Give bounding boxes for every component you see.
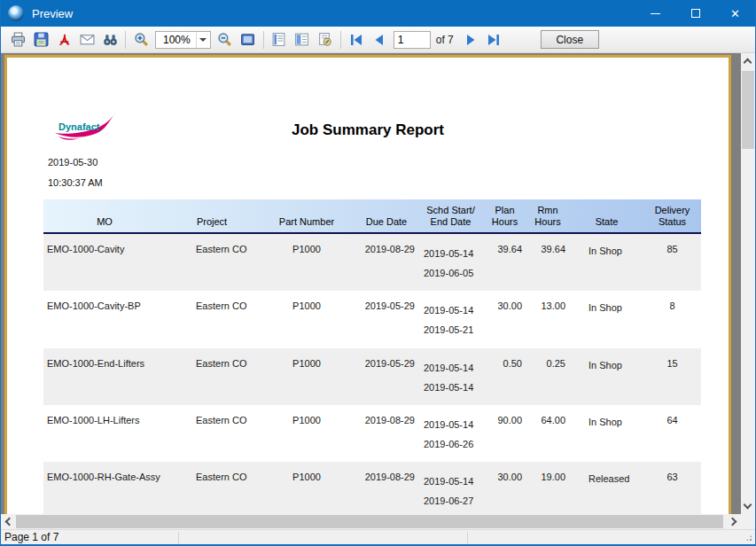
cell-rmn: 0.25 bbox=[526, 348, 570, 405]
cell-delivery: 64 bbox=[643, 405, 701, 462]
column-header-due-date: Due Date bbox=[355, 199, 417, 232]
scroll-right-icon[interactable] bbox=[729, 518, 737, 526]
cell-delivery: 15 bbox=[643, 348, 701, 405]
last-page-icon bbox=[487, 33, 501, 47]
chevron-down-icon bbox=[199, 38, 207, 42]
scrollbar-corner bbox=[741, 514, 755, 529]
column-header-schd-dates: Schd Start/ End Date bbox=[417, 199, 484, 232]
export-pdf-button[interactable] bbox=[53, 29, 74, 51]
window-title: Preview bbox=[32, 7, 73, 20]
cell-schd-start: 2019-05-14 bbox=[424, 244, 484, 263]
cell-part: P1000 bbox=[258, 234, 355, 291]
toolbar-separator bbox=[340, 31, 341, 49]
zoom-combobox[interactable]: 100% bbox=[155, 31, 211, 49]
thumbnails-button[interactable] bbox=[292, 29, 313, 51]
page-number-input[interactable] bbox=[394, 31, 431, 49]
column-header-mo: MO bbox=[43, 199, 166, 232]
minimize-button[interactable] bbox=[635, 0, 675, 27]
find-button[interactable] bbox=[99, 29, 121, 51]
zoom-in-button[interactable] bbox=[130, 29, 152, 51]
previous-page-icon bbox=[372, 33, 386, 47]
cell-part: P1000 bbox=[258, 291, 355, 347]
cell-schd-start: 2019-05-14 bbox=[424, 358, 484, 378]
column-header-delivery-status: Delivery Status bbox=[643, 199, 701, 232]
cell-rmn: 39.64 bbox=[526, 234, 570, 291]
print-button[interactable] bbox=[7, 29, 28, 51]
resize-grip-icon[interactable] bbox=[745, 534, 752, 542]
scroll-left-icon[interactable] bbox=[5, 518, 14, 526]
preview-window: Preview ✕ 100% bbox=[0, 0, 756, 546]
table-row: EMO-1000-Cavity Eastern CO P1000 2019-08… bbox=[43, 234, 701, 291]
close-window-button[interactable]: ✕ bbox=[715, 0, 755, 27]
cell-plan: 30.00 bbox=[484, 291, 526, 347]
horizontal-scrollbar[interactable] bbox=[1, 514, 741, 529]
cell-schd-end: 2019-05-14 bbox=[424, 378, 484, 397]
table-row: EMO-1000-End-Lifters Eastern CO P1000 20… bbox=[43, 348, 701, 405]
table-row: EMO-1000-Cavity-BP Eastern CO P1000 2019… bbox=[43, 291, 701, 347]
cell-delivery: 85 bbox=[643, 234, 701, 291]
cell-rmn: 19.00 bbox=[526, 462, 570, 519]
toolbar: 100% of 7 Cl bbox=[1, 27, 755, 53]
cell-mo: EMO-1000-LH-Lifters bbox=[43, 405, 166, 462]
cell-part: P1000 bbox=[258, 405, 355, 462]
page-width-icon bbox=[240, 32, 255, 47]
page-width-button[interactable] bbox=[238, 29, 259, 51]
save-icon bbox=[34, 32, 49, 47]
page-margins-button[interactable] bbox=[269, 29, 290, 51]
column-header-plan-hours: Plan Hours bbox=[484, 199, 526, 232]
page-setup-button[interactable] bbox=[315, 29, 336, 51]
vertical-scrollbar-thumb[interactable] bbox=[742, 71, 754, 149]
cell-state: In Shop bbox=[570, 405, 643, 462]
column-header-rmn-hours: Rmn Hours bbox=[526, 199, 570, 232]
email-button[interactable] bbox=[76, 29, 97, 51]
cell-delivery: 63 bbox=[643, 462, 701, 519]
cell-state: In Shop bbox=[570, 234, 643, 291]
close-icon: ✕ bbox=[730, 8, 740, 20]
cell-mo: EMO-1000-RH-Gate-Assy bbox=[43, 462, 166, 519]
close-preview-button[interactable]: Close bbox=[541, 30, 599, 49]
cell-schd-end: 2019-06-26 bbox=[424, 434, 484, 454]
cell-schd: 2019-05-142019-06-05 bbox=[417, 234, 484, 291]
cell-rmn: 13.00 bbox=[526, 291, 570, 347]
cell-plan: 0.50 bbox=[484, 348, 526, 405]
cell-project: Eastern CO bbox=[166, 291, 258, 347]
previous-page-button[interactable] bbox=[369, 29, 390, 51]
save-button[interactable] bbox=[30, 29, 51, 51]
first-page-button[interactable] bbox=[346, 29, 367, 51]
caption-buttons: ✕ bbox=[635, 0, 755, 27]
statusbar-divider bbox=[178, 532, 179, 543]
zoom-dropdown-button[interactable] bbox=[196, 32, 210, 48]
report-date: 2019-05-30 bbox=[48, 157, 97, 168]
cell-schd-end: 2019-05-21 bbox=[424, 320, 484, 339]
titlebar: Preview ✕ bbox=[1, 0, 755, 27]
cell-schd: 2019-05-142019-05-14 bbox=[417, 348, 484, 405]
next-page-button[interactable] bbox=[460, 29, 481, 51]
report-title: Job Summary Report bbox=[7, 121, 729, 139]
cell-schd-end: 2019-06-27 bbox=[424, 491, 484, 511]
zoom-out-button[interactable] bbox=[214, 29, 236, 51]
scroll-down-icon[interactable] bbox=[744, 501, 752, 510]
page-margins-icon bbox=[271, 32, 286, 47]
statusbar-divider bbox=[467, 532, 468, 543]
cell-project: Eastern CO bbox=[166, 405, 258, 462]
first-page-icon bbox=[349, 33, 363, 47]
zoom-in-icon bbox=[134, 32, 149, 47]
scroll-up-icon[interactable] bbox=[744, 58, 752, 67]
column-header-state: State bbox=[570, 199, 643, 232]
cell-plan: 30.00 bbox=[484, 462, 526, 519]
maximize-button[interactable] bbox=[675, 0, 715, 27]
job-summary-table: MO Project Part Number Due Date Schd Sta… bbox=[43, 199, 701, 519]
cell-state: In Shop bbox=[570, 348, 643, 405]
toolbar-separator bbox=[125, 31, 126, 49]
cell-plan: 39.64 bbox=[484, 234, 526, 291]
cell-schd-end: 2019-06-05 bbox=[424, 263, 484, 283]
last-page-button[interactable] bbox=[483, 29, 504, 51]
find-icon bbox=[103, 32, 118, 47]
cell-schd: 2019-05-142019-06-26 bbox=[417, 405, 484, 462]
vertical-scrollbar[interactable] bbox=[741, 53, 755, 514]
cell-project: Eastern CO bbox=[166, 462, 258, 519]
horizontal-scrollbar-thumb[interactable] bbox=[16, 515, 723, 528]
column-header-project: Project bbox=[166, 199, 258, 232]
cell-project: Eastern CO bbox=[166, 348, 258, 405]
cell-part: P1000 bbox=[258, 462, 355, 519]
